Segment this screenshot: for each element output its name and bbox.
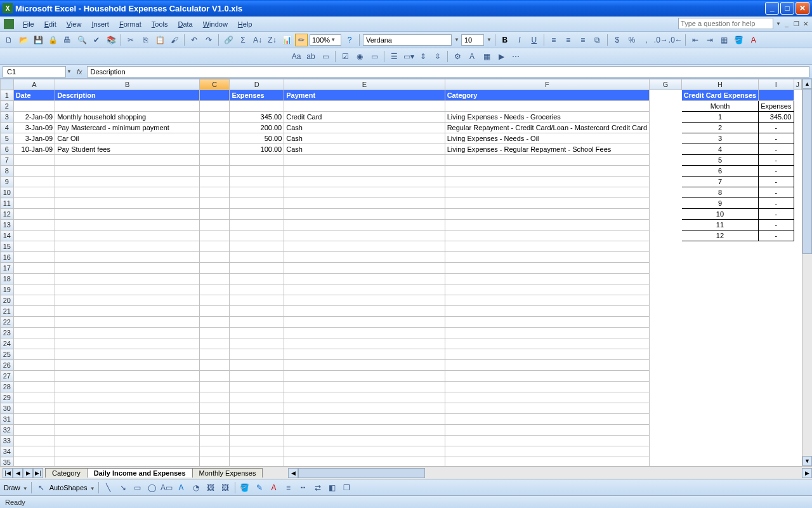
cell-F24[interactable] [445, 338, 649, 349]
cell-G10[interactable] [650, 187, 682, 198]
col-header-C[interactable]: C [200, 79, 230, 90]
cell-F19[interactable] [445, 284, 649, 295]
cell-E33[interactable] [284, 436, 445, 446]
cell-C2[interactable] [200, 101, 230, 112]
cell-E28[interactable] [284, 382, 445, 392]
cell-B35[interactable] [55, 457, 200, 467]
cell-I33[interactable] [759, 436, 794, 446]
cell-C28[interactable] [200, 382, 230, 392]
cell-H33[interactable] [681, 436, 758, 446]
currency-icon[interactable]: $ [611, 34, 624, 46]
cell-F2[interactable] [445, 101, 649, 112]
row-header-29[interactable]: 29 [1, 392, 14, 403]
cell-J23[interactable] [794, 328, 802, 338]
cell-I13[interactable]: - [759, 220, 794, 231]
col-header-I[interactable]: I [759, 79, 794, 90]
cell-E25[interactable] [284, 349, 445, 360]
cell-I30[interactable] [759, 403, 794, 414]
cell-B7[interactable] [55, 155, 200, 166]
scroll-down-icon[interactable]: ▼ [802, 456, 812, 466]
row-header-5[interactable]: 5 [1, 133, 14, 144]
cell-D30[interactable] [230, 403, 284, 414]
cell-H1[interactable]: Credit Card Expenses [681, 90, 758, 101]
row-header-4[interactable]: 4 [1, 123, 14, 133]
cell-E21[interactable] [284, 306, 445, 317]
cell-I12[interactable]: - [759, 209, 794, 220]
cell-E14[interactable] [284, 231, 445, 241]
cell-D11[interactable] [230, 198, 284, 209]
cell-C16[interactable] [200, 252, 230, 263]
sheet-tab-daily-income-and-expenses[interactable]: Daily Income and Expenses [87, 468, 193, 478]
cell-D13[interactable] [230, 220, 284, 231]
cell-D16[interactable] [230, 252, 284, 263]
cell-D5[interactable]: 50.00 [230, 133, 284, 144]
cell-H19[interactable] [681, 284, 758, 295]
cell-J30[interactable] [794, 403, 802, 414]
new-icon[interactable]: 🗋 [3, 34, 15, 46]
select-objects-icon[interactable]: ↖ [35, 481, 48, 494]
minimize-button[interactable]: _ [765, 2, 779, 15]
cell-H27[interactable] [681, 371, 758, 382]
row-header-13[interactable]: 13 [1, 220, 14, 231]
cell-I3[interactable]: 345.00 [759, 112, 794, 123]
percent-icon[interactable]: % [625, 34, 638, 46]
cell-B13[interactable] [55, 220, 200, 231]
cell-B25[interactable] [55, 349, 200, 360]
cell-C33[interactable] [200, 436, 230, 446]
cell-G17[interactable] [650, 263, 682, 274]
toolbar-options-icon[interactable]: ⋯ [509, 50, 522, 63]
cell-E32[interactable] [284, 425, 445, 436]
cell-J25[interactable] [794, 349, 802, 360]
row-header-33[interactable]: 33 [1, 436, 14, 446]
cell-I29[interactable] [759, 392, 794, 403]
cell-A11[interactable] [13, 198, 55, 209]
autoshapes-menu[interactable]: AutoShapes ▼ [49, 484, 95, 491]
cell-A12[interactable] [13, 209, 55, 220]
tab-prev-icon[interactable]: ◀ [13, 468, 23, 478]
scroll-thumb[interactable] [802, 89, 812, 254]
cell-E31[interactable] [284, 414, 445, 425]
row-header-28[interactable]: 28 [1, 382, 14, 392]
comma-icon[interactable]: , [640, 34, 653, 46]
zoom-box[interactable]: 100%▼ [310, 34, 341, 46]
help-dropdown-icon[interactable]: ▼ [776, 21, 781, 27]
cell-G23[interactable] [650, 328, 682, 338]
cell-C30[interactable] [200, 403, 230, 414]
cell-C8[interactable] [200, 166, 230, 177]
cell-D15[interactable] [230, 241, 284, 252]
cell-C31[interactable] [200, 414, 230, 425]
draw-menu[interactable]: Draw ▼ [4, 484, 28, 491]
cell-F14[interactable] [445, 231, 649, 241]
cell-I28[interactable] [759, 382, 794, 392]
cell-J21[interactable] [794, 306, 802, 317]
cell-E19[interactable] [284, 284, 445, 295]
cell-I14[interactable]: - [759, 231, 794, 241]
line-icon[interactable]: ╲ [102, 481, 115, 494]
cell-A31[interactable] [13, 414, 55, 425]
cell-J28[interactable] [794, 382, 802, 392]
borders-icon[interactable]: ▦ [718, 34, 731, 46]
picture-icon[interactable]: 🖼 [219, 481, 232, 494]
cell-G22[interactable] [650, 317, 682, 328]
cell-J5[interactable] [794, 133, 802, 144]
cell-J15[interactable] [794, 241, 802, 252]
cell-E10[interactable] [284, 187, 445, 198]
cell-A28[interactable] [13, 382, 55, 392]
hscroll-thumb[interactable] [298, 468, 425, 478]
cell-G16[interactable] [650, 252, 682, 263]
cell-I2[interactable]: Expenses [759, 101, 794, 112]
form-run-icon[interactable]: ▶ [495, 50, 508, 63]
maximize-button[interactable]: □ [780, 2, 794, 15]
cell-C24[interactable] [200, 338, 230, 349]
cell-F26[interactable] [445, 360, 649, 371]
cell-A16[interactable] [13, 252, 55, 263]
form-option-icon[interactable]: ◉ [353, 50, 366, 63]
research-icon[interactable]: 📚 [105, 34, 117, 46]
cell-J6[interactable] [794, 144, 802, 155]
cell-E7[interactable] [284, 155, 445, 166]
cell-G30[interactable] [650, 403, 682, 414]
cell-J32[interactable] [794, 425, 802, 436]
cell-A9[interactable] [13, 177, 55, 187]
cell-F31[interactable] [445, 414, 649, 425]
cell-H9[interactable]: 7 [681, 177, 758, 187]
